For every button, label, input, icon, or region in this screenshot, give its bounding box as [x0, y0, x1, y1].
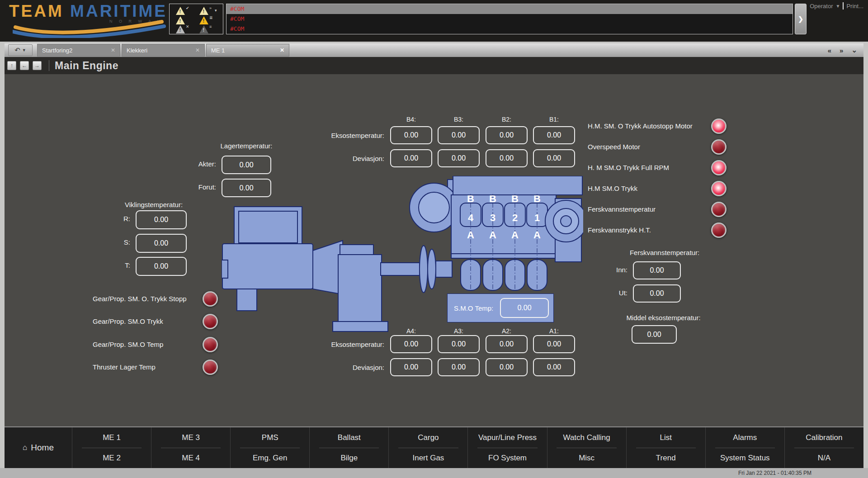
engine-alarm-led: [711, 222, 726, 238]
tab-scroll-right-icon[interactable]: »: [840, 47, 843, 54]
alarm-list-expand-button[interactable]: ❯: [795, 4, 807, 34]
b-ekso-value: 0.00: [390, 126, 432, 144]
tab-label: ME 1: [211, 47, 280, 54]
a4-header: A4:: [390, 327, 432, 335]
tab-close-icon[interactable]: ✕: [195, 47, 200, 53]
svg-text:B: B: [489, 193, 496, 204]
nav-na-button[interactable]: N/A: [785, 448, 863, 468]
operator-caret-icon[interactable]: ▼: [836, 4, 840, 9]
alarm-summary-badge: ≣: [209, 15, 213, 20]
nav-back-button[interactable]: ←: [20, 61, 29, 70]
tab-close-icon[interactable]: ✕: [280, 47, 284, 53]
alarm-row[interactable]: #COM: [226, 24, 793, 34]
nav-ballast-button[interactable]: Ballast: [310, 427, 388, 448]
nav-emggen-button[interactable]: Emg. Gen: [231, 448, 309, 468]
top-header: TEAM MARITIME N O R W A Y ✔ » ▾ ≣ ✕ ≡ #C…: [0, 0, 868, 42]
a-dev-label: Deviasjon:: [312, 364, 384, 371]
svg-text:A: A: [467, 229, 474, 241]
nav-inertgas-button[interactable]: Inert Gas: [389, 448, 467, 468]
nav-watchcalling-button[interactable]: Watch Calling: [547, 427, 626, 448]
b4-header: B4:: [390, 116, 432, 123]
nav-me1-button[interactable]: ME 1: [72, 427, 151, 448]
gear-alarm-label: Gear/Prop. SM.O Temp: [93, 341, 163, 348]
smo-temp-panel: S.M.O Temp: 0.00: [447, 293, 554, 322]
logo-swoosh-icon: [13, 20, 166, 38]
tab-menu-icon[interactable]: ⌄: [851, 46, 857, 54]
nav-col-me12: ME 1 ME 2: [72, 427, 151, 468]
alarm-icon-panel: ✔ » ▾ ≣ ✕ ≡: [169, 4, 223, 34]
undo-caret-icon: ▼: [22, 48, 26, 52]
nav-alarms-button[interactable]: Alarms: [706, 427, 784, 448]
undo-button[interactable]: ↶ ▼: [8, 44, 33, 56]
nav-col-alarms: Alarms System Status: [706, 427, 785, 468]
b2-header: B2:: [486, 116, 528, 123]
alarm-row[interactable]: #COM: [226, 14, 793, 24]
tab-klekkeri[interactable]: Klekkeri ✕: [122, 44, 205, 57]
tab-close-icon[interactable]: ✕: [111, 47, 115, 53]
inn-value: 0.00: [633, 261, 681, 279]
nav-up-button[interactable]: ↑: [7, 61, 16, 70]
title-bar: ↑ ← → Main Engine: [5, 57, 863, 74]
b-dev-value: 0.00: [486, 149, 528, 167]
alarm-sound-caret-icon[interactable]: ▾: [215, 8, 217, 13]
b-ekso-value: 0.00: [533, 126, 575, 144]
nav-bilge-button[interactable]: Bilge: [310, 448, 388, 468]
nav-col-me34: ME 3 ME 4: [151, 427, 231, 468]
nav-forward-button[interactable]: →: [33, 61, 42, 70]
svg-text:B: B: [511, 193, 519, 204]
t-value: 0.00: [136, 257, 187, 276]
nav-col-cargo: Cargo Inert Gas: [389, 427, 468, 468]
nav-misc-button[interactable]: Misc: [547, 448, 626, 468]
gear-alarm-label: Gear/Prop. SM. O. Trykk Stopp: [93, 295, 187, 303]
nav-pms-button[interactable]: PMS: [231, 427, 309, 448]
nav-systemstatus-button[interactable]: System Status: [706, 448, 784, 468]
engine-alarm-label: H. M SM.O Trykk Full RPM: [588, 164, 669, 171]
nav-cargo-button[interactable]: Cargo: [389, 427, 467, 448]
alarm-sound-icon[interactable]: [199, 7, 208, 15]
svg-text:A: A: [533, 229, 541, 241]
nav-col-vapur: Vapur/Line Press FO System: [468, 427, 547, 468]
nav-me3-button[interactable]: ME 3: [151, 427, 230, 448]
nav-col-watch: Watch Calling Misc: [547, 427, 627, 468]
tab-startforing2[interactable]: Startforing2 ✕: [37, 44, 120, 57]
nav-col-ballast: Ballast Bilge: [310, 427, 389, 468]
nav-home-button[interactable]: ⌂ Home: [5, 427, 72, 468]
svg-text:3: 3: [490, 212, 495, 223]
engine-alarm-label: Overspeed Motor: [588, 143, 640, 151]
nav-me2-button[interactable]: ME 2: [72, 448, 151, 468]
company-logo: TEAM MARITIME N O R W A Y: [9, 2, 167, 41]
nav-trend-button[interactable]: Trend: [627, 448, 705, 468]
nav-calibration-button[interactable]: Calibration: [785, 427, 863, 448]
alarm-blocked-icon[interactable]: [176, 25, 185, 33]
alarm-sound-badge: »: [209, 6, 212, 10]
a-dev-value: 0.00: [533, 358, 575, 376]
svg-text:B: B: [533, 193, 541, 204]
nav-fosystem-button[interactable]: FO System: [468, 448, 547, 468]
nav-vapurline-button[interactable]: Vapur/Line Press: [468, 427, 547, 448]
operator-menu[interactable]: Operator: [810, 3, 833, 9]
alarm-list-icon[interactable]: [199, 25, 208, 33]
tab-me1[interactable]: ME 1 ✕: [206, 44, 289, 57]
nav-me4-button[interactable]: ME 4: [151, 448, 230, 468]
gear-alarm-led: [203, 337, 218, 352]
a-ekso-label: Eksostemperatur:: [312, 341, 384, 348]
engine-alarm-label: H.M. SM. O Trykk Autostopp Motor: [588, 122, 693, 130]
a-ekso-value: 0.00: [390, 335, 432, 353]
tab-scroll-left-icon[interactable]: «: [828, 47, 831, 54]
alarm-active-icon[interactable]: [176, 16, 185, 24]
header-divider: [843, 2, 844, 9]
forward-arrow-icon: →: [34, 62, 40, 69]
nav-col-pms: PMS Emg. Gen: [231, 427, 310, 468]
ut-label: Ut:: [597, 289, 627, 297]
lager-heading: Lagertemperatur:: [210, 142, 283, 150]
alarm-summary-icon[interactable]: [199, 16, 208, 24]
alarm-ack-icon[interactable]: [176, 7, 185, 15]
forut-label: Forut:: [171, 183, 216, 191]
print-button[interactable]: Print...: [846, 3, 863, 9]
window-frame: ↶ ▼ Startforing2 ✕ Klekkeri ✕ ME 1 ✕ «: [0, 42, 868, 468]
alarm-row[interactable]: #COM: [226, 4, 793, 14]
engine-alarm-led: [711, 181, 726, 196]
nav-col-list: List Trend: [627, 427, 706, 468]
gear-alarm-led: [203, 314, 218, 329]
nav-list-button[interactable]: List: [627, 427, 705, 448]
